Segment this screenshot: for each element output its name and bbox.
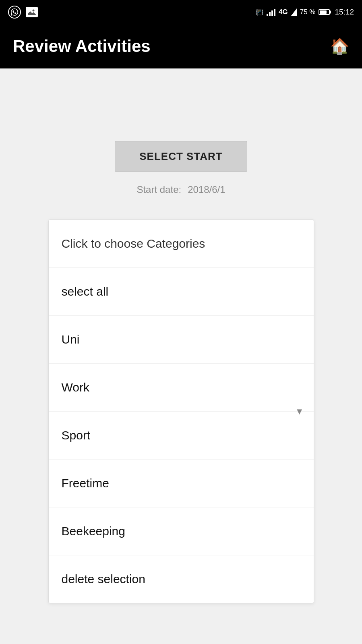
start-date-label: Start date:: [137, 184, 181, 195]
status-bar-right: 📳 4G 75 % 15:12: [255, 8, 354, 17]
dropdown-item-beekeeping[interactable]: Beekeeping: [49, 507, 314, 555]
dropdown-header: Click to choose Categories: [49, 220, 314, 268]
svg-marker-2: [291, 8, 297, 16]
home-icon[interactable]: 🏠: [330, 37, 349, 55]
vibrate-icon: 📳: [255, 8, 263, 16]
battery-percent: 75 %: [300, 8, 316, 16]
category-dropdown[interactable]: ▼ Click to choose Categories select allU…: [48, 219, 314, 603]
status-bar-left: [8, 6, 38, 19]
dropdown-item-work[interactable]: Work: [49, 364, 314, 412]
dropdown-item-select-all[interactable]: select all: [49, 268, 314, 316]
page-title: Review Activities: [13, 37, 151, 56]
gallery-icon: [26, 7, 38, 17]
status-bar: 📳 4G 75 % 15:12: [0, 0, 362, 24]
app-header: Review Activities 🏠: [0, 24, 362, 68]
start-date-row: Start date: 2018/6/1: [137, 184, 225, 195]
dropdown-item-freetime[interactable]: Freetime: [49, 460, 314, 507]
svg-point-1: [33, 10, 35, 12]
start-date-value: 2018/6/1: [188, 184, 225, 195]
signal-bars: [267, 8, 275, 16]
dropdown-item-sport[interactable]: Sport: [49, 412, 314, 460]
dropdown-items-list: select allUniWorkSportFreetimeBeekeeping…: [49, 268, 314, 603]
whatsapp-icon: [8, 6, 21, 19]
battery-icon: [319, 9, 330, 15]
status-time: 15:12: [335, 8, 354, 17]
select-start-button[interactable]: SELECT START: [115, 141, 247, 172]
dropdown-item-uni[interactable]: Uni: [49, 316, 314, 364]
network-type: 4G: [279, 8, 288, 16]
dropdown-item-delete-selection[interactable]: delete selection: [49, 555, 314, 603]
main-content: SELECT START Start date: 2018/6/1 ▼ Clic…: [0, 68, 362, 644]
signal-arrow-icon: [291, 8, 297, 16]
